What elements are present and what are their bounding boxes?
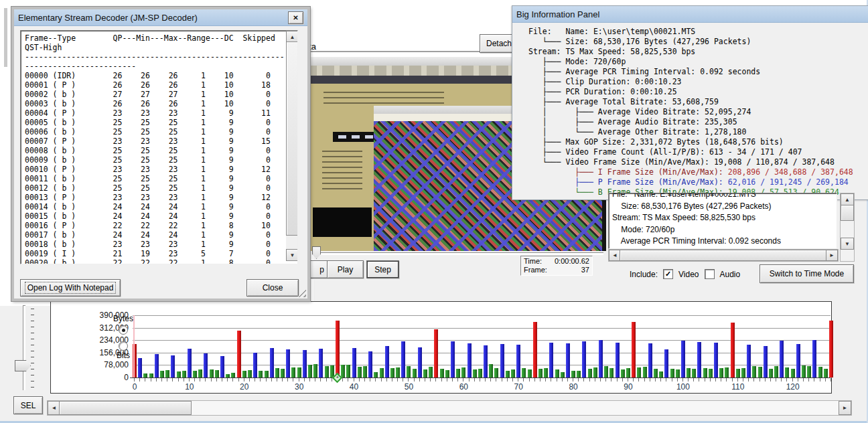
x-axis-tick [320, 378, 321, 382]
x-axis-tick [605, 378, 606, 382]
info-tree-line: ├─── Clip Duration: 0:00:10.23 [528, 77, 853, 87]
scroll-right-button[interactable]: ► [826, 250, 838, 261]
decoder-titlebar[interactable]: Elementary Stream Decoder (JM-SP Decoder… [14, 9, 307, 26]
frame-bar-b [281, 369, 285, 377]
frame-bar-p [747, 345, 751, 377]
x-axis-tick [617, 378, 618, 382]
x-axis-label: 100 [668, 382, 698, 392]
x-axis-label: 20 [230, 382, 259, 392]
bytes-radio[interactable] [119, 325, 128, 335]
video-checkbox[interactable]: ✓ [663, 269, 673, 279]
x-axis-tick [480, 378, 480, 382]
scroll-down-button[interactable]: ▼ [841, 238, 854, 250]
big-info-titlebar[interactable]: Big Information Panel [512, 6, 868, 23]
vscroll-thumb[interactable] [286, 41, 298, 236]
decoder-row: 00003 ( b ) 26 26 26 1 10 0 [25, 99, 285, 108]
frame-bar-p [681, 341, 685, 377]
frame-bar-b [423, 369, 427, 377]
frame-bar-b [215, 370, 219, 377]
x-axis-tick [748, 378, 749, 382]
x-axis-tick [776, 378, 776, 382]
frame-bar-b [807, 366, 811, 377]
frame-bar-b [456, 369, 460, 377]
x-axis-tick [167, 378, 167, 382]
x-axis-label: 60 [449, 382, 478, 392]
window-edge-strip [4, 8, 7, 67]
x-axis-tick [557, 378, 557, 382]
frame-bar-b [725, 367, 729, 377]
frame-bar-b [818, 367, 822, 377]
timeline-scroll-right-button[interactable]: ► [839, 401, 851, 415]
include-label: Include: [630, 270, 658, 279]
zoom-slider-track[interactable] [23, 305, 25, 390]
mini-info-line: Average PCR Timing Interval: 0.092 secon… [612, 236, 781, 248]
decoder-row: 00014 ( b ) 24 24 24 1 9 0 [25, 202, 285, 212]
vscroll-thumb[interactable] [841, 205, 854, 221]
frame-bar-b [473, 369, 477, 377]
decoder-listbox[interactable]: Frame--Type QP---Min---Max--Range---DC S… [20, 30, 298, 264]
open-log-button[interactable]: Open Log With Notepad [20, 279, 121, 297]
frame-bar-p [549, 343, 553, 377]
decoder-vscrollbar[interactable]: ▲ ▼ [286, 31, 297, 261]
scroll-down-icon: ▼ [290, 252, 295, 258]
frame-size-chart[interactable]: 078,000156,000234,000312,000390,00001020… [50, 301, 832, 394]
x-axis-tick [655, 378, 656, 382]
big-info-tree: File: Name: E:\user\temp\00021.MTS └─── … [528, 27, 853, 197]
frame-bar-p [138, 358, 142, 377]
info-tree-line: │ ├─── Average Video Bitrate: 52,095,274 [528, 107, 853, 117]
scroll-down-button[interactable]: ▼ [286, 249, 298, 261]
scroll-right-icon: ► [829, 252, 835, 258]
x-axis-tick [786, 378, 787, 382]
frame-bar-b [604, 366, 608, 377]
info-tree-line: ├─── Max GOP Size: 2,331,072 Bytes (18,6… [528, 137, 853, 147]
timeline-scroll-thumb[interactable] [59, 401, 192, 415]
hscroll-thumb[interactable] [620, 250, 828, 261]
app-window: ata Detach Big Information Panel File: N… [0, 0, 868, 423]
x-axis-tick [644, 378, 645, 382]
audio-checkbox[interactable] [705, 269, 715, 279]
timeline-scrollbar[interactable]: ◄ ► [47, 400, 852, 416]
frame-bar-b [346, 365, 350, 377]
x-axis-tick [474, 378, 475, 382]
frame-bar-b [774, 366, 778, 377]
x-axis-tick [650, 378, 650, 382]
frame-bar-p [467, 343, 472, 377]
x-axis-tick [332, 378, 332, 382]
decoder-row: 00012 ( b ) 25 25 25 1 9 0 [25, 183, 285, 193]
switch-to-time-mode-button[interactable]: Switch to Time Mode [760, 264, 854, 283]
frame-bar-b [626, 368, 630, 377]
decoder-row: 00017 ( b ) 24 24 24 1 9 0 [25, 230, 285, 240]
frame-bar-b [785, 367, 789, 377]
play-button[interactable]: Play [327, 260, 364, 278]
decoder-row: 00007 ( P ) 23 23 23 1 9 15 [25, 137, 285, 146]
step-button[interactable]: Step [366, 260, 399, 278]
close-button[interactable]: ✕ [288, 11, 303, 24]
scroll-up-button[interactable]: ▲ [841, 193, 854, 205]
sel-button[interactable]: SEL [13, 396, 43, 414]
x-axis-tick [633, 378, 634, 382]
x-axis-tick [381, 378, 382, 382]
seek-slider-track[interactable] [315, 252, 603, 255]
frame-bar-i [829, 321, 833, 377]
frame-bar-b [593, 367, 597, 377]
marker-cross-icon: + [336, 374, 340, 380]
decoder-row: 00000 (IDR) 26 26 26 1 10 0 [25, 71, 285, 80]
mini-info-vscrollbar[interactable]: ▲ ▼ [840, 193, 855, 262]
frame-bar-b [489, 364, 493, 377]
mini-info-textarea[interactable]: File: Name: E:¥user¥temp¥00021.MTS Size:… [608, 193, 837, 249]
mini-info-hscrollbar[interactable]: ◄ ► [608, 249, 839, 262]
frame-bar-b [440, 369, 444, 377]
dialog-close-button[interactable]: Close [246, 279, 299, 297]
frame-bar-b [374, 372, 378, 377]
x-axis-tick [803, 378, 804, 382]
bits-radio[interactable] [119, 341, 128, 351]
frame-bar-b [363, 366, 367, 377]
bytes-radio-label: Bytes [113, 314, 133, 323]
x-axis-tick [194, 378, 195, 382]
x-axis-tick [342, 378, 343, 382]
frame-bar-b [571, 371, 575, 377]
x-axis-tick [414, 378, 415, 382]
frame-bar-b [358, 367, 362, 377]
x-axis-tick [814, 378, 814, 382]
zoom-slider-thumb[interactable] [15, 360, 31, 371]
